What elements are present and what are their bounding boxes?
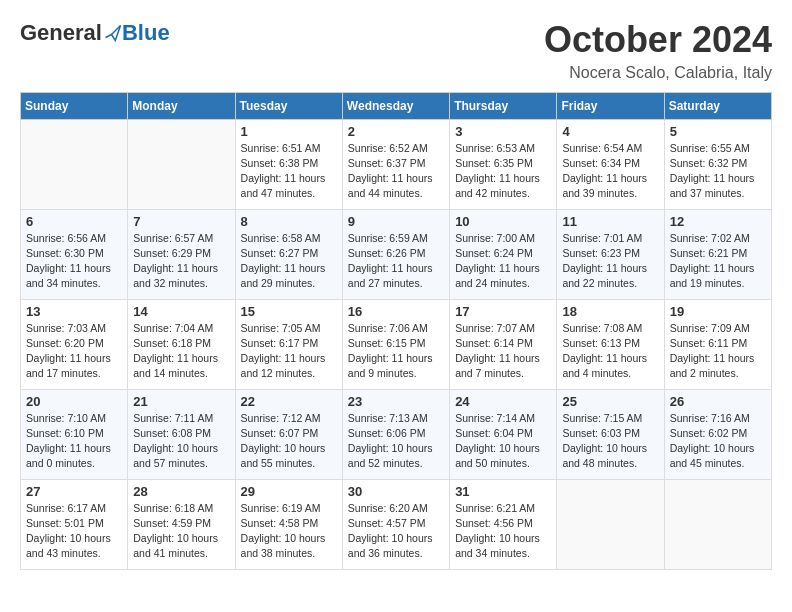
calendar-cell: 21Sunrise: 7:11 AM Sunset: 6:08 PM Dayli… (128, 389, 235, 479)
day-info: Sunrise: 6:19 AM Sunset: 4:58 PM Dayligh… (241, 501, 337, 562)
calendar-cell: 14Sunrise: 7:04 AM Sunset: 6:18 PM Dayli… (128, 299, 235, 389)
day-number: 8 (241, 214, 337, 229)
location-subtitle: Nocera Scalo, Calabria, Italy (544, 64, 772, 82)
calendar-cell: 1Sunrise: 6:51 AM Sunset: 6:38 PM Daylig… (235, 119, 342, 209)
day-info: Sunrise: 6:54 AM Sunset: 6:34 PM Dayligh… (562, 141, 658, 202)
day-number: 3 (455, 124, 551, 139)
day-number: 16 (348, 304, 444, 319)
day-number: 28 (133, 484, 229, 499)
calendar-cell: 11Sunrise: 7:01 AM Sunset: 6:23 PM Dayli… (557, 209, 664, 299)
day-number: 21 (133, 394, 229, 409)
day-number: 19 (670, 304, 766, 319)
calendar-cell: 23Sunrise: 7:13 AM Sunset: 6:06 PM Dayli… (342, 389, 449, 479)
title-section: October 2024 Nocera Scalo, Calabria, Ita… (544, 20, 772, 82)
calendar-cell: 15Sunrise: 7:05 AM Sunset: 6:17 PM Dayli… (235, 299, 342, 389)
day-info: Sunrise: 7:11 AM Sunset: 6:08 PM Dayligh… (133, 411, 229, 472)
day-number: 2 (348, 124, 444, 139)
day-number: 23 (348, 394, 444, 409)
calendar-cell: 3Sunrise: 6:53 AM Sunset: 6:35 PM Daylig… (450, 119, 557, 209)
day-number: 29 (241, 484, 337, 499)
day-info: Sunrise: 7:09 AM Sunset: 6:11 PM Dayligh… (670, 321, 766, 382)
day-info: Sunrise: 7:08 AM Sunset: 6:13 PM Dayligh… (562, 321, 658, 382)
day-of-week-header: Sunday (21, 92, 128, 119)
calendar-cell: 19Sunrise: 7:09 AM Sunset: 6:11 PM Dayli… (664, 299, 771, 389)
day-of-week-header: Monday (128, 92, 235, 119)
calendar-cell (128, 119, 235, 209)
calendar-cell: 27Sunrise: 6:17 AM Sunset: 5:01 PM Dayli… (21, 479, 128, 569)
day-number: 31 (455, 484, 551, 499)
day-number: 13 (26, 304, 122, 319)
calendar-cell: 17Sunrise: 7:07 AM Sunset: 6:14 PM Dayli… (450, 299, 557, 389)
day-number: 17 (455, 304, 551, 319)
calendar-cell: 28Sunrise: 6:18 AM Sunset: 4:59 PM Dayli… (128, 479, 235, 569)
day-info: Sunrise: 7:10 AM Sunset: 6:10 PM Dayligh… (26, 411, 122, 472)
day-info: Sunrise: 6:17 AM Sunset: 5:01 PM Dayligh… (26, 501, 122, 562)
day-number: 9 (348, 214, 444, 229)
logo-blue-text: Blue (122, 20, 170, 46)
calendar-header-row: SundayMondayTuesdayWednesdayThursdayFrid… (21, 92, 772, 119)
day-info: Sunrise: 7:00 AM Sunset: 6:24 PM Dayligh… (455, 231, 551, 292)
calendar-cell: 20Sunrise: 7:10 AM Sunset: 6:10 PM Dayli… (21, 389, 128, 479)
day-info: Sunrise: 7:01 AM Sunset: 6:23 PM Dayligh… (562, 231, 658, 292)
day-number: 26 (670, 394, 766, 409)
month-title: October 2024 (544, 20, 772, 60)
calendar-cell: 16Sunrise: 7:06 AM Sunset: 6:15 PM Dayli… (342, 299, 449, 389)
calendar-cell (557, 479, 664, 569)
logo-bird-icon (104, 24, 122, 42)
day-number: 7 (133, 214, 229, 229)
calendar-table: SundayMondayTuesdayWednesdayThursdayFrid… (20, 92, 772, 570)
calendar-cell: 10Sunrise: 7:00 AM Sunset: 6:24 PM Dayli… (450, 209, 557, 299)
day-info: Sunrise: 6:59 AM Sunset: 6:26 PM Dayligh… (348, 231, 444, 292)
day-info: Sunrise: 6:56 AM Sunset: 6:30 PM Dayligh… (26, 231, 122, 292)
calendar-cell: 5Sunrise: 6:55 AM Sunset: 6:32 PM Daylig… (664, 119, 771, 209)
day-number: 1 (241, 124, 337, 139)
day-number: 24 (455, 394, 551, 409)
day-number: 27 (26, 484, 122, 499)
day-of-week-header: Tuesday (235, 92, 342, 119)
day-of-week-header: Thursday (450, 92, 557, 119)
day-number: 10 (455, 214, 551, 229)
calendar-cell: 6Sunrise: 6:56 AM Sunset: 6:30 PM Daylig… (21, 209, 128, 299)
calendar-cell: 4Sunrise: 6:54 AM Sunset: 6:34 PM Daylig… (557, 119, 664, 209)
day-info: Sunrise: 7:03 AM Sunset: 6:20 PM Dayligh… (26, 321, 122, 382)
calendar-cell: 31Sunrise: 6:21 AM Sunset: 4:56 PM Dayli… (450, 479, 557, 569)
day-info: Sunrise: 7:07 AM Sunset: 6:14 PM Dayligh… (455, 321, 551, 382)
day-info: Sunrise: 6:20 AM Sunset: 4:57 PM Dayligh… (348, 501, 444, 562)
calendar-cell: 24Sunrise: 7:14 AM Sunset: 6:04 PM Dayli… (450, 389, 557, 479)
day-number: 6 (26, 214, 122, 229)
day-number: 11 (562, 214, 658, 229)
calendar-cell: 29Sunrise: 6:19 AM Sunset: 4:58 PM Dayli… (235, 479, 342, 569)
calendar-cell: 8Sunrise: 6:58 AM Sunset: 6:27 PM Daylig… (235, 209, 342, 299)
day-info: Sunrise: 6:55 AM Sunset: 6:32 PM Dayligh… (670, 141, 766, 202)
day-number: 15 (241, 304, 337, 319)
calendar-cell: 25Sunrise: 7:15 AM Sunset: 6:03 PM Dayli… (557, 389, 664, 479)
day-info: Sunrise: 6:53 AM Sunset: 6:35 PM Dayligh… (455, 141, 551, 202)
day-info: Sunrise: 7:16 AM Sunset: 6:02 PM Dayligh… (670, 411, 766, 472)
day-info: Sunrise: 7:13 AM Sunset: 6:06 PM Dayligh… (348, 411, 444, 472)
calendar-cell: 13Sunrise: 7:03 AM Sunset: 6:20 PM Dayli… (21, 299, 128, 389)
calendar-cell (664, 479, 771, 569)
day-number: 5 (670, 124, 766, 139)
calendar-cell: 9Sunrise: 6:59 AM Sunset: 6:26 PM Daylig… (342, 209, 449, 299)
calendar-cell: 12Sunrise: 7:02 AM Sunset: 6:21 PM Dayli… (664, 209, 771, 299)
page-header: General Blue October 2024 Nocera Scalo, … (20, 20, 772, 82)
calendar-week-row: 6Sunrise: 6:56 AM Sunset: 6:30 PM Daylig… (21, 209, 772, 299)
calendar-week-row: 1Sunrise: 6:51 AM Sunset: 6:38 PM Daylig… (21, 119, 772, 209)
calendar-cell: 22Sunrise: 7:12 AM Sunset: 6:07 PM Dayli… (235, 389, 342, 479)
day-number: 20 (26, 394, 122, 409)
calendar-cell: 2Sunrise: 6:52 AM Sunset: 6:37 PM Daylig… (342, 119, 449, 209)
day-number: 4 (562, 124, 658, 139)
day-number: 18 (562, 304, 658, 319)
day-number: 12 (670, 214, 766, 229)
day-of-week-header: Wednesday (342, 92, 449, 119)
calendar-cell (21, 119, 128, 209)
day-info: Sunrise: 7:06 AM Sunset: 6:15 PM Dayligh… (348, 321, 444, 382)
day-info: Sunrise: 6:18 AM Sunset: 4:59 PM Dayligh… (133, 501, 229, 562)
logo-general-text: General (20, 20, 102, 46)
day-info: Sunrise: 6:51 AM Sunset: 6:38 PM Dayligh… (241, 141, 337, 202)
day-of-week-header: Friday (557, 92, 664, 119)
logo: General Blue (20, 20, 170, 46)
day-info: Sunrise: 6:52 AM Sunset: 6:37 PM Dayligh… (348, 141, 444, 202)
day-info: Sunrise: 7:02 AM Sunset: 6:21 PM Dayligh… (670, 231, 766, 292)
calendar-week-row: 13Sunrise: 7:03 AM Sunset: 6:20 PM Dayli… (21, 299, 772, 389)
